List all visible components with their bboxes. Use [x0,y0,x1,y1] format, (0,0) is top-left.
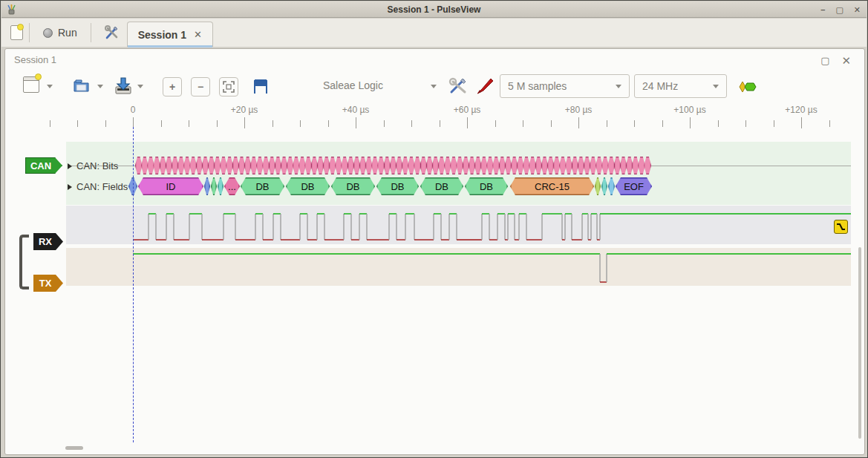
vertical-scrollbar[interactable] [858,247,861,439]
time-zero-cursor[interactable] [133,127,134,442]
trigger-marker-icon[interactable] [834,220,848,234]
waveform-canvas[interactable] [1,1,868,458]
pulseview-window: Session 1 - PulseView – ▢ ✕ Run Session … [0,0,868,458]
horizontal-scrollbar[interactable] [65,446,83,450]
